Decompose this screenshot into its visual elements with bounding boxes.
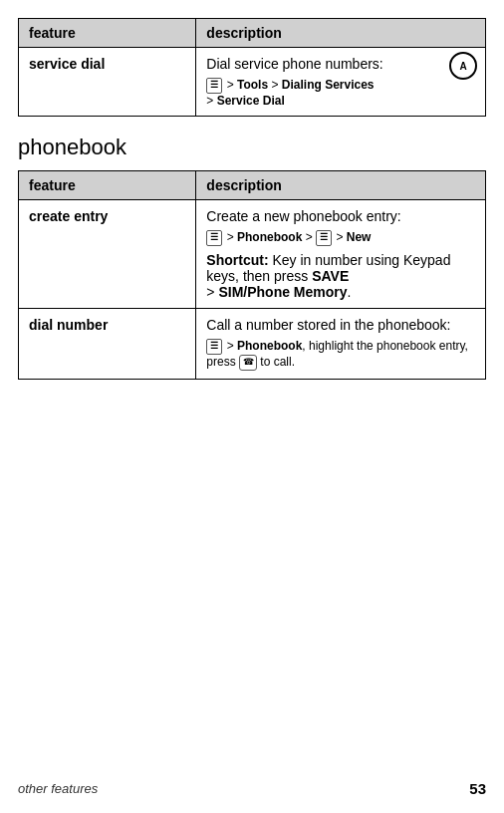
shortcut-bold-text: SAVE [312,268,349,284]
call-icon: ☎ [239,355,257,371]
create-menu-text: > Phonebook > ☰ > New [227,230,372,244]
feature-cell-dial: dial number [19,309,196,380]
description-cell-create: Create a new phonebook entry: ☰ > Phoneb… [196,200,485,309]
menu-icon-create: ☰ [206,230,222,246]
col-header-description-pb: description [196,171,485,200]
table-row: dial number Call a number stored in the … [19,309,485,380]
description-cell-dial: Call a number stored in the phonebook: ☰… [196,309,485,380]
description-cell: Dial service phone numbers: A ☰ > Tools … [196,48,485,117]
create-desc-line1: Create a new phonebook entry: [206,208,475,224]
menu-path: ☰ > Tools > Dialing Services> Service Di… [206,78,475,108]
footer: other features 53 [0,780,504,797]
icon-letter: A [459,61,466,72]
footer-label: other features [18,781,98,796]
create-menu-path: ☰ > Phonebook > ☰ > New [206,230,475,246]
col-header-feature: feature [19,19,196,48]
feature-cell-create: create entry [19,200,196,309]
desc-text: Dial service phone numbers: [206,56,475,72]
table-row: service dial Dial service phone numbers:… [19,48,485,117]
menu-icon-dial: ☰ [206,339,222,355]
table-row: create entry Create a new phonebook entr… [19,200,485,309]
footer-page: 53 [469,780,486,797]
dial-menu-path: ☰ > Phonebook, highlight the phonebook e… [206,339,475,371]
col-header-feature-pb: feature [19,171,196,200]
service-icon-badge: A [449,52,477,80]
menu-icon-inner: ☰ [316,230,332,246]
col-header-description: description [196,19,485,48]
phonebook-heading: phonebook [18,135,486,160]
menu-icon: ☰ [206,78,222,94]
dial-menu-text: > Phonebook, highlight the phonebook ent… [206,339,468,369]
shortcut-label: Shortcut: [206,252,268,268]
dial-desc-line1: Call a number stored in the phonebook: [206,317,475,333]
service-dial-table: feature description service dial Dial se… [18,18,486,117]
shortcut-bold-sim: SIM/Phone Memory [218,284,347,300]
phonebook-table: feature description create entry Create … [18,170,486,380]
menu-path-text: > Tools > Dialing Services> Service Dial [206,78,374,108]
create-shortcut: Shortcut: Key in number using Keypad key… [206,252,475,300]
feature-cell: service dial [19,48,196,117]
